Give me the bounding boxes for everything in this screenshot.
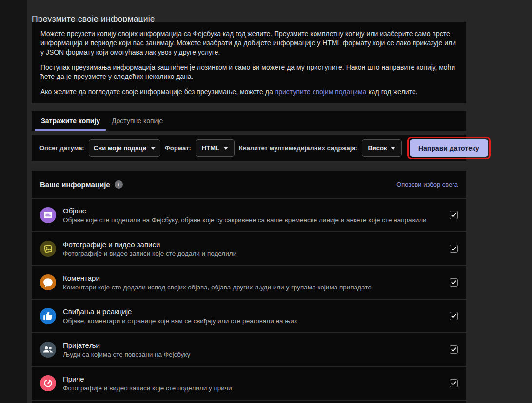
list-item-description: Фотографије и видео записи које сте дода… [63, 250, 236, 258]
chevron-down-icon [151, 147, 156, 150]
date-range-label: Опсег датума: [39, 144, 84, 152]
format-label: Формат: [165, 144, 191, 152]
format-dropdown[interactable]: HTML [196, 139, 235, 157]
photos-icon [40, 241, 56, 257]
list-item-description: Објаве, коментари и странице које вам се… [63, 317, 297, 325]
list-item-title: Приче [63, 375, 232, 383]
deselect-all-link[interactable]: Опозови избор свега [396, 181, 458, 188]
posts-icon [40, 207, 56, 223]
item-checkbox[interactable] [450, 345, 458, 354]
item-checkbox[interactable] [450, 245, 458, 253]
list-item-description: Фотографије и видео записи које сте поде… [63, 384, 232, 392]
list-item-description: Објаве које сте поделили на Фејсбуку, об… [63, 216, 427, 224]
chevron-down-icon [223, 147, 228, 150]
list-item-title: Објаве [63, 207, 427, 215]
list-item-title: Коментари [63, 274, 372, 282]
checkmark-icon [451, 246, 457, 252]
list-item-title: Свиђања и реакције [63, 307, 297, 316]
create-file-button[interactable]: Направи датотеку [410, 139, 488, 157]
media-quality-value: Висок [368, 144, 387, 152]
checkmark-icon [451, 212, 457, 218]
list-item-likes: Свиђања и реакције Објаве, коментари и с… [32, 300, 466, 332]
item-checkbox[interactable] [450, 312, 458, 320]
item-checkbox[interactable] [450, 278, 458, 287]
intro-paragraph-3-prefix: Ако желите да погледате своје информациј… [40, 88, 275, 96]
checkmark-icon [451, 380, 457, 386]
annotation-highlight-box: Направи датотеку [407, 137, 491, 159]
chevron-down-icon [391, 147, 395, 150]
access-your-information-link[interactable]: приступите својим подацима [275, 88, 367, 96]
item-checkbox[interactable] [450, 211, 458, 219]
list-item-description: Људи са којима сте повезани на Фејсбуку [63, 351, 190, 359]
format-value: HTML [202, 144, 219, 152]
checkmark-icon [451, 346, 457, 353]
list-item-title: Фотографије и видео записи [63, 240, 236, 249]
info-icon[interactable]: i [115, 180, 123, 189]
list-item-comments: Коментари Коментари које сте додали испо… [32, 266, 466, 299]
list-item-title: Пријатељи [63, 341, 190, 349]
your-information-title: Ваше информације [40, 180, 110, 189]
list-item-stories: Приче Фотографије и видео записи које ст… [32, 367, 466, 400]
media-quality-label: Квалитет мултимедијалних садржаја: [239, 144, 357, 152]
filter-bar: Опсег датума: Сви моји подаци Формат: HT… [32, 135, 466, 161]
tab-request-copy[interactable]: Затражите копију [35, 111, 106, 131]
list-item-friends: Пријатељи Људи са којима сте повезани на… [32, 333, 466, 366]
intro-panel: Можете преузети копију својих информациј… [32, 22, 466, 103]
friends-icon [40, 342, 56, 358]
your-information-header: Ваше информације i Опозови избор свега [32, 171, 466, 198]
list-item-description: Коментари које сте додали испод својих о… [63, 284, 372, 291]
tab-available-copies[interactable]: Доступне копије [106, 111, 169, 131]
information-list: Објаве Објаве које сте поделили на Фејсб… [32, 199, 466, 401]
media-quality-dropdown[interactable]: Висок [362, 139, 402, 157]
checkmark-icon [451, 279, 457, 286]
intro-paragraph-1: Можете преузети копију својих информациј… [40, 29, 457, 57]
stories-icon [40, 375, 56, 391]
intro-paragraph-3-suffix: кад год желите. [367, 88, 418, 96]
list-item-photos: Фотографије и видео записи Фотографије и… [32, 232, 466, 265]
date-range-dropdown[interactable]: Сви моји подаци [89, 139, 160, 157]
likes-icon [40, 308, 56, 324]
list-item-posts: Објаве Објаве које сте поделили на Фејсб… [32, 199, 466, 231]
item-checkbox[interactable] [450, 379, 458, 387]
comments-icon [40, 274, 56, 290]
left-edge-strip [0, 0, 27, 403]
checkmark-icon [451, 313, 457, 319]
tab-bar: Затражите копију Доступне копије [32, 111, 466, 131]
download-your-information-page: { "theme":{ "page_bg":"#262626","panel_b… [0, 0, 532, 403]
date-range-value: Сви моји подаци [94, 144, 147, 152]
intro-paragraph-2: Поступак преузимања информација заштићен… [40, 63, 457, 81]
intro-paragraph-3: Ако желите да погледате своје информациј… [40, 87, 457, 96]
next-row-partial [32, 401, 466, 403]
